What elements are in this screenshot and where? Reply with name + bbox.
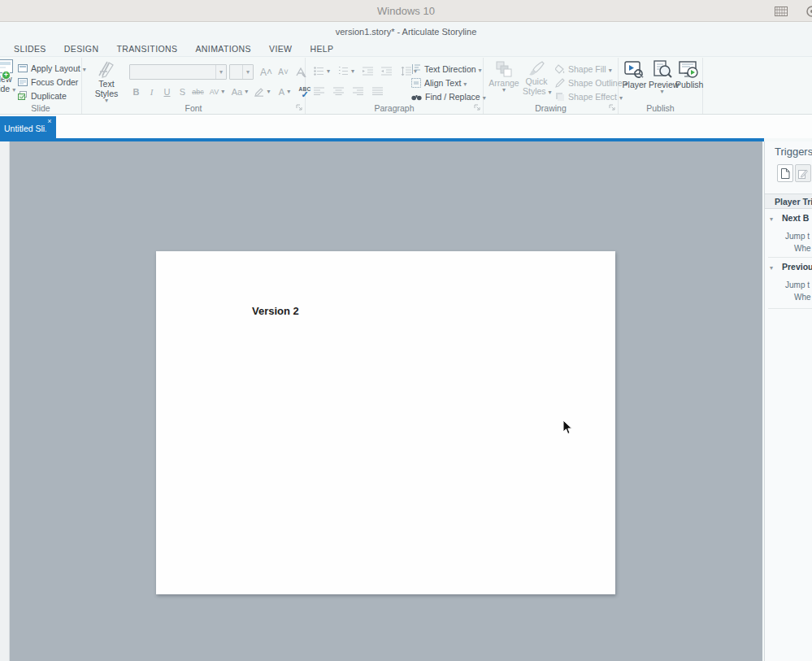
paragraph-dialog-launcher[interactable]	[474, 104, 480, 111]
close-icon[interactable]	[46, 117, 54, 125]
preview-label: Preview	[649, 80, 679, 89]
new-trigger-button[interactable]	[777, 164, 793, 182]
ribbon-group-font: Text Styles ▾ ▾ ▾ A˄ A˅ B I U S abc AV A…	[82, 58, 306, 114]
text-direction-button[interactable]: Text Direction	[411, 62, 486, 76]
grow-font-button[interactable]: A˄	[259, 65, 273, 79]
justify-button[interactable]	[371, 84, 384, 98]
character-spacing-button[interactable]: AV	[206, 85, 228, 98]
edit-trigger-button[interactable]	[795, 164, 811, 182]
shape-outline-icon	[555, 78, 565, 88]
shape-fill-icon	[555, 64, 565, 74]
trigger-action-jump[interactable]: Jump t	[785, 280, 810, 289]
align-right-button[interactable]	[351, 84, 365, 98]
text-direction-icon	[411, 64, 421, 74]
trigger-condition-when[interactable]: Whe	[794, 293, 811, 302]
align-left-button[interactable]	[312, 84, 326, 98]
font-color-button[interactable]: A	[275, 85, 294, 98]
font-size-combobox[interactable]: ▾	[229, 64, 254, 80]
align-center-button[interactable]	[332, 84, 345, 98]
ribbon-tab-bar: SLIDES DESIGN TRANSITIONS ANIMATIONS VIE…	[0, 41, 812, 57]
chevron-down-icon[interactable]: ▾	[242, 65, 253, 79]
find-replace-button[interactable]: Find / Replace	[411, 89, 486, 103]
trigger-action-jump[interactable]: Jump t	[785, 232, 810, 241]
new-slide-button[interactable]: + New Slide	[0, 59, 18, 95]
tab-help[interactable]: HELP	[310, 44, 333, 54]
numbering-button[interactable]	[337, 64, 356, 78]
chevron-down-icon[interactable]: ▾	[215, 65, 226, 79]
publish-label: Publish	[675, 80, 703, 89]
text-styles-button[interactable]: Text Styles ▾	[87, 59, 126, 103]
tab-view[interactable]: VIEW	[269, 44, 292, 54]
bullets-button[interactable]	[312, 64, 332, 78]
italic-button[interactable]: I	[145, 85, 158, 98]
duplicate-button[interactable]: Duplicate	[18, 89, 86, 102]
focus-order-icon	[18, 78, 28, 86]
trigger-group-previous-button[interactable]: Previou	[782, 262, 812, 272]
publish-icon	[679, 60, 700, 80]
publish-button[interactable]: Publish	[675, 60, 702, 89]
keyboard-grid-icon[interactable]	[775, 7, 788, 16]
trigger-condition-when[interactable]: Whe	[794, 244, 811, 253]
chevron-down-icon[interactable]: ▾	[770, 215, 773, 223]
ribbon-group-drawing: Arrange ▾ Quick Styles Shape Fill Shape …	[484, 58, 619, 114]
underline-button[interactable]: U	[160, 85, 174, 98]
quick-styles-button[interactable]: Quick Styles	[521, 60, 552, 98]
tab-design[interactable]: DESIGN	[64, 44, 99, 54]
bold-button[interactable]: B	[129, 85, 143, 98]
align-text-button[interactable]: Align Text	[411, 76, 486, 89]
font-color-glyph: A	[279, 87, 284, 97]
tab-animations[interactable]: ANIMATIONS	[195, 44, 251, 54]
document-tab-bar: Untitled Sli...	[0, 115, 812, 138]
ribbon-group-publish: Player Preview ▾ Publish Publish	[619, 58, 703, 114]
focus-order-label: Focus Order	[31, 77, 78, 87]
bullets-icon	[314, 67, 324, 76]
shape-fill-button[interactable]: Shape Fill	[555, 62, 628, 76]
slide-small-buttons: Apply Layout Focus Order Duplicate	[18, 61, 86, 102]
strikethrough-button[interactable]: abc	[191, 85, 205, 98]
shadow-button[interactable]: S	[176, 85, 189, 98]
player-icon	[624, 60, 645, 80]
font-dialog-launcher[interactable]	[296, 104, 302, 111]
clear-formatting-icon	[295, 67, 306, 77]
slide-title-text[interactable]: Version 2	[252, 305, 299, 317]
tab-transitions[interactable]: TRANSITIONS	[116, 44, 177, 54]
increase-indent-button[interactable]	[361, 64, 375, 78]
highlighter-icon	[254, 87, 264, 97]
triggers-panel: Triggers Player Trig ▾ Next B Jump t Whe…	[764, 141, 812, 661]
preview-button[interactable]: Preview ▾	[649, 60, 675, 94]
shape-outline-button[interactable]: Shape Outline	[555, 76, 628, 89]
apply-layout-label: Apply Layout	[31, 63, 86, 73]
player-button[interactable]: Player	[621, 60, 648, 89]
chevron-down-icon[interactable]: ▾	[770, 264, 773, 272]
vm-title: Windows 10	[0, 0, 812, 22]
focus-order-button[interactable]: Focus Order	[18, 75, 86, 89]
shrink-font-button[interactable]: A˅	[276, 65, 290, 79]
shape-fill-label: Shape Fill	[568, 64, 612, 74]
drawing-dialog-launcher[interactable]	[609, 104, 615, 111]
decrease-indent-button[interactable]	[380, 64, 393, 78]
app-titlebar: version1.story* - Articulate Storyline	[0, 23, 812, 41]
slide-tab-untitled[interactable]: Untitled Sli...	[0, 116, 56, 138]
publish-group-label: Publish	[619, 103, 702, 113]
player-triggers-header: Player Trig	[765, 194, 812, 209]
preview-dropdown-arrow: ▾	[649, 89, 675, 94]
trigger-group-next-button[interactable]: Next B	[782, 213, 809, 223]
left-panel-edge[interactable]	[0, 141, 10, 661]
numbering-icon	[338, 67, 349, 76]
mouse-cursor	[562, 420, 573, 435]
slide-stage[interactable]: Version 2	[156, 251, 615, 594]
apply-layout-button[interactable]: Apply Layout	[18, 61, 86, 75]
highlight-color-button[interactable]	[252, 85, 273, 98]
preview-icon	[653, 60, 672, 80]
triggers-panel-title: Triggers	[775, 146, 812, 158]
tab-slides[interactable]: SLIDES	[14, 44, 46, 54]
arrange-button[interactable]: Arrange ▾	[487, 60, 521, 93]
gear-icon[interactable]	[805, 5, 812, 18]
align-text-icon	[411, 78, 421, 88]
font-name-combobox[interactable]: ▾	[129, 64, 227, 80]
change-case-button[interactable]: Aa	[229, 85, 250, 98]
ribbon-group-slide: + New Slide Apply Layout Focus Order Dup…	[0, 58, 82, 114]
shape-effect-button[interactable]: Shape Effect	[555, 89, 628, 103]
binoculars-icon	[411, 92, 422, 101]
ribbon-group-paragraph: Text Direction Align Text Find / Replace…	[306, 58, 484, 114]
